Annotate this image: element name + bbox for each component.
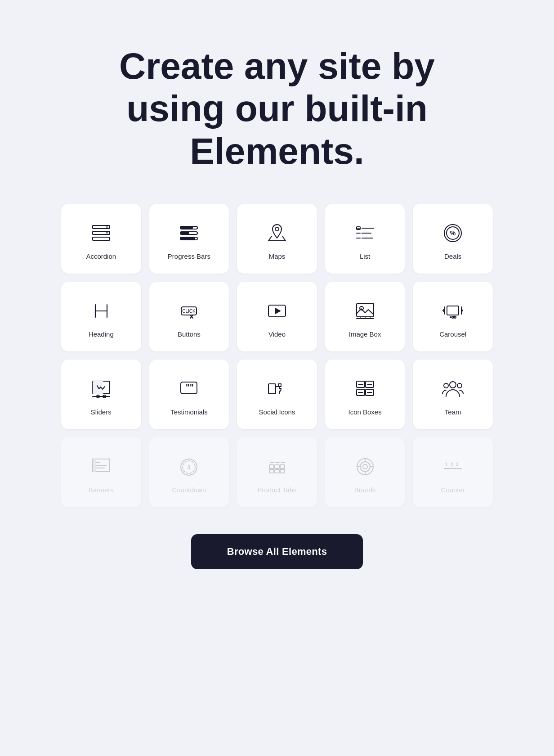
page-title: Create any site by using our built-in El… — [106, 45, 448, 172]
countdown-label: Countdown — [172, 486, 206, 494]
heading-icon — [89, 299, 113, 323]
svg-point-45 — [452, 316, 454, 318]
maps-label: Maps — [269, 252, 286, 260]
video-label: Video — [268, 330, 286, 338]
element-card-heading[interactable]: Heading — [61, 282, 141, 351]
image-box-icon — [353, 299, 377, 323]
svg-point-46 — [454, 316, 456, 318]
element-card-video[interactable]: Video — [237, 282, 317, 351]
element-card-maps[interactable]: Maps — [237, 204, 317, 274]
buttons-icon: CLICK — [177, 299, 201, 323]
svg-rect-31 — [357, 303, 374, 317]
svg-text:": " — [186, 383, 190, 392]
list-label: List — [360, 252, 370, 260]
element-card-list[interactable]: List — [325, 204, 405, 274]
image-box-label: Image Box — [349, 330, 381, 338]
deals-icon: % — [441, 221, 465, 245]
svg-text:CLICK: CLICK — [183, 309, 196, 314]
progress-bars-label: Progress Bars — [168, 252, 210, 260]
video-icon — [265, 299, 289, 323]
svg-rect-82 — [280, 465, 285, 468]
countdown-icon: 3 — [177, 454, 201, 479]
buttons-label: Buttons — [178, 330, 201, 338]
elements-grid: Accordion Progress Bars Maps — [61, 204, 493, 507]
svg-rect-6 — [180, 226, 193, 229]
svg-rect-8 — [180, 232, 189, 234]
accordion-icon — [89, 221, 113, 245]
svg-point-44 — [450, 316, 451, 318]
svg-text:2: 2 — [451, 462, 453, 467]
list-icon — [353, 221, 377, 245]
accordion-label: Accordion — [86, 252, 116, 260]
element-card-accordion[interactable]: Accordion — [61, 204, 141, 274]
banners-icon — [89, 454, 113, 479]
svg-point-11 — [275, 227, 279, 231]
element-card-countdown[interactable]: 3 Countdown — [149, 437, 229, 507]
element-card-social-icons[interactable]: Social Icons — [237, 360, 317, 429]
brands-icon — [353, 454, 377, 479]
social-icons-icon — [265, 377, 289, 401]
heading-label: Heading — [89, 330, 114, 338]
brands-label: Brands — [354, 486, 376, 494]
svg-rect-83 — [269, 469, 274, 473]
svg-point-65 — [450, 382, 456, 388]
deals-label: Deals — [444, 252, 461, 260]
element-card-team[interactable]: Team — [413, 360, 493, 429]
carousel-icon — [441, 299, 465, 323]
svg-point-66 — [457, 383, 462, 388]
team-label: Team — [445, 408, 461, 416]
element-card-counter[interactable]: 1 2 3 Counter — [413, 437, 493, 507]
testimonials-label: Testimonials — [170, 408, 208, 416]
svg-text:": " — [190, 383, 194, 392]
product-tabs-label: Product Tabs — [257, 486, 296, 494]
element-card-testimonials[interactable]: " " Testimonials — [149, 360, 229, 429]
svg-point-67 — [444, 383, 448, 388]
element-card-product-tabs[interactable]: Product Tabs — [237, 437, 317, 507]
carousel-label: Carousel — [439, 330, 466, 338]
sliders-icon — [89, 377, 113, 401]
testimonials-icon: " " — [177, 377, 201, 401]
team-icon — [441, 377, 465, 401]
progress-bars-icon — [177, 221, 201, 245]
product-tabs-icon — [265, 454, 289, 479]
svg-rect-85 — [280, 469, 285, 473]
social-icons-label: Social Icons — [259, 408, 295, 416]
svg-rect-80 — [269, 465, 274, 468]
maps-icon — [265, 221, 289, 245]
sliders-label: Sliders — [91, 408, 112, 416]
counter-icon: 1 2 3 — [441, 454, 465, 479]
svg-point-88 — [363, 464, 367, 469]
svg-rect-2 — [93, 237, 110, 240]
svg-rect-72 — [93, 459, 96, 472]
element-card-sliders[interactable]: Sliders — [61, 360, 141, 429]
icon-boxes-icon — [353, 377, 377, 401]
svg-point-87 — [360, 462, 370, 472]
element-card-buttons[interactable]: CLICK Buttons — [149, 282, 229, 351]
element-card-banners[interactable]: Banners — [61, 437, 141, 507]
svg-rect-37 — [447, 306, 459, 315]
svg-text:%: % — [450, 230, 456, 237]
element-card-deals[interactable]: % Deals — [413, 204, 493, 274]
element-card-progress-bars[interactable]: Progress Bars — [149, 204, 229, 274]
svg-rect-81 — [275, 465, 279, 468]
svg-rect-10 — [180, 237, 195, 240]
icon-boxes-label: Icon Boxes — [348, 408, 381, 416]
svg-marker-30 — [275, 308, 281, 314]
element-card-icon-boxes[interactable]: Icon Boxes — [325, 360, 405, 429]
banners-label: Banners — [89, 486, 114, 494]
element-card-carousel[interactable]: Carousel — [413, 282, 493, 351]
counter-label: Counter — [441, 486, 465, 494]
svg-rect-84 — [275, 469, 279, 473]
svg-rect-55 — [268, 384, 276, 394]
browse-all-elements-button[interactable]: Browse All Elements — [191, 534, 363, 569]
svg-text:3: 3 — [456, 462, 459, 467]
svg-text:3: 3 — [188, 464, 191, 471]
svg-text:1: 1 — [445, 462, 448, 467]
element-card-brands[interactable]: Brands — [325, 437, 405, 507]
element-card-image-box[interactable]: Image Box — [325, 282, 405, 351]
